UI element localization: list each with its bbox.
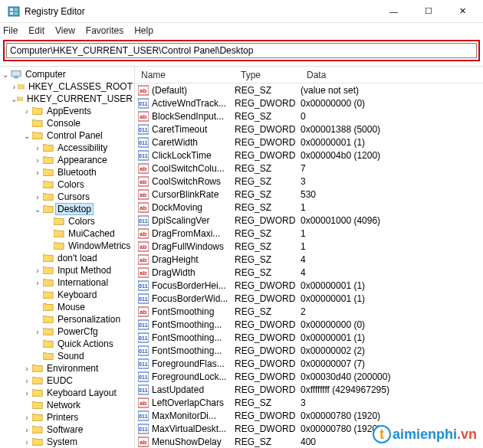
value-row[interactable]: 011FontSmoothing...REG_DWORD0x00000000 (… — [135, 318, 483, 331]
tree-node[interactable]: ›EUDC — [0, 374, 134, 387]
folder-icon — [32, 388, 43, 397]
value-row[interactable]: abLeftOverlapCharsREG_SZ3 — [135, 396, 483, 409]
expand-toggle[interactable]: › — [32, 144, 43, 152]
tree-node[interactable]: Colors — [0, 215, 134, 227]
tree-node[interactable]: don't load — [0, 252, 134, 264]
tree-node[interactable]: Colors — [0, 178, 134, 191]
value-row[interactable]: abDragFullWindowsREG_SZ1 — [135, 240, 483, 253]
value-type: REG_SZ — [235, 176, 301, 187]
expand-toggle[interactable]: › — [21, 414, 32, 422]
menu-view[interactable]: View — [55, 25, 75, 36]
expand-toggle[interactable]: ⌄ — [0, 70, 11, 79]
tree-node[interactable]: ›Cursors — [0, 191, 134, 203]
expand-toggle[interactable]: › — [11, 83, 18, 91]
value-row[interactable]: abDragFromMaxi...REG_SZ1 — [135, 227, 483, 240]
value-row[interactable]: abBlockSendInput...REG_SZ0 — [135, 110, 483, 123]
value-row[interactable]: abCoolSwitchRowsREG_SZ3 — [135, 175, 483, 188]
expand-toggle[interactable]: ⌄ — [11, 95, 17, 103]
expand-toggle[interactable]: › — [21, 438, 32, 446]
tree-node[interactable]: Mouse — [0, 301, 134, 313]
value-row[interactable]: abCursorBlinkRateREG_SZ530 — [135, 188, 483, 201]
tree-node[interactable]: Sound — [0, 350, 134, 362]
value-row[interactable]: 011ForegroundFlas...REG_DWORD0x00000007 … — [135, 357, 483, 370]
value-row[interactable]: 011FontSmoothing...REG_DWORD0x00000002 (… — [135, 344, 483, 357]
tree-node[interactable]: ⌄Control Panel — [0, 129, 134, 142]
value-row[interactable]: abFontSmoothingREG_SZ2 — [135, 305, 483, 318]
expand-toggle[interactable]: ⌄ — [21, 132, 32, 140]
tree-node[interactable]: ⌄HKEY_CURRENT_USER — [0, 93, 134, 105]
maximize-button[interactable]: ☐ — [411, 1, 445, 22]
value-name: MenuShowDelay — [152, 437, 222, 447]
tree-node[interactable]: MuiCached — [0, 227, 134, 240]
string-value-icon: ab — [138, 228, 149, 239]
menu-favorites[interactable]: Favorites — [86, 25, 123, 36]
tree-node[interactable]: ⌄Desktop — [0, 203, 134, 215]
value-row[interactable]: 011FocusBorderHei...REG_DWORD0x00000001 … — [135, 279, 483, 292]
tree-node[interactable]: ›PowerCfg — [0, 325, 134, 338]
value-row[interactable]: abDockMovingREG_SZ1 — [135, 201, 483, 214]
expand-toggle[interactable]: › — [21, 426, 32, 434]
expand-toggle[interactable]: › — [32, 156, 43, 165]
tree-node[interactable]: ›AppEvents — [0, 105, 134, 117]
tree-node[interactable]: Network — [0, 399, 134, 411]
expand-toggle[interactable]: › — [21, 389, 32, 397]
col-type[interactable]: Type — [235, 68, 301, 82]
value-row[interactable]: 011LastUpdatedREG_DWORD0xffffffff (42949… — [135, 383, 483, 396]
value-row[interactable]: 011DpiScalingVerREG_DWORD0x00001000 (409… — [135, 214, 483, 227]
menu-help[interactable]: Help — [134, 25, 153, 36]
value-row[interactable]: 011FocusBorderWid...REG_DWORD0x00000001 … — [135, 292, 483, 305]
value-row[interactable]: abDragWidthREG_SZ4 — [135, 266, 483, 279]
tree-node[interactable]: ›Input Method — [0, 264, 134, 276]
value-name: FocusBorderHei... — [152, 280, 226, 291]
tree-node[interactable]: ›System — [0, 436, 134, 448]
tree-node[interactable]: ›Accessibility — [0, 142, 134, 154]
value-name: MaxMonitorDi... — [152, 410, 216, 421]
value-row[interactable]: 011ForegroundLock...REG_DWORD0x00030d40 … — [135, 370, 483, 383]
tree-node[interactable]: ⌄Computer — [0, 68, 134, 80]
expand-toggle[interactable]: › — [32, 328, 43, 336]
tree-node[interactable]: WindowMetrics — [0, 240, 134, 252]
menu-edit[interactable]: Edit — [28, 25, 44, 36]
tree-node[interactable]: ›Keyboard Layout — [0, 387, 134, 399]
tree-node[interactable]: ›Environment — [0, 362, 134, 374]
expand-toggle[interactable]: ⌄ — [32, 205, 43, 214]
tree-node[interactable]: ›Bluetooth — [0, 166, 134, 178]
minimize-button[interactable]: — — [376, 1, 411, 22]
tree-node[interactable]: ›Appearance — [0, 154, 134, 166]
value-row[interactable]: 011CaretWidthREG_DWORD0x00000001 (1) — [135, 136, 483, 149]
close-button[interactable]: ✕ — [445, 1, 480, 22]
value-row[interactable]: abCoolSwitchColu...REG_SZ7 — [135, 162, 483, 175]
expand-toggle[interactable]: › — [21, 107, 32, 116]
expand-toggle[interactable]: › — [32, 279, 43, 287]
col-name[interactable]: Name — [135, 68, 235, 82]
registry-tree[interactable]: ⌄Computer›HKEY_CLASSES_ROOT⌄HKEY_CURRENT… — [0, 67, 135, 448]
value-row[interactable]: 011ClickLockTimeREG_DWORD0x000004b0 (120… — [135, 149, 483, 162]
expand-toggle[interactable]: › — [21, 377, 32, 385]
folder-icon — [32, 376, 43, 385]
tree-node[interactable]: ›HKEY_CLASSES_ROOT — [0, 80, 134, 93]
col-data[interactable]: Data — [301, 68, 483, 82]
expand-toggle[interactable]: › — [32, 168, 43, 177]
folder-icon — [43, 352, 54, 361]
tree-label: Cursors — [56, 191, 91, 202]
expand-toggle[interactable]: › — [32, 267, 43, 275]
tree-node[interactable]: Console — [0, 117, 134, 129]
tree-node[interactable]: Quick Actions — [0, 338, 134, 350]
expand-toggle[interactable]: › — [32, 193, 43, 201]
value-row[interactable]: ab(Default)REG_SZ(value not set) — [135, 83, 483, 96]
tree-node[interactable]: Keyboard — [0, 289, 134, 301]
tree-node[interactable]: ›Printers — [0, 411, 134, 423]
tree-node[interactable]: ›International — [0, 276, 134, 289]
expand-toggle[interactable]: › — [21, 365, 32, 373]
address-bar[interactable]: Computer\HKEY_CURRENT_USER\Control Panel… — [6, 43, 477, 58]
values-list[interactable]: Name Type Data ab(Default)REG_SZ(value n… — [135, 67, 483, 448]
value-row[interactable]: 011CaretTimeoutREG_DWORD0x00001388 (5000… — [135, 123, 483, 136]
value-row[interactable]: 011ActiveWndTrack...REG_DWORD0x00000000 … — [135, 96, 483, 110]
value-row[interactable]: 011FontSmoothing...REG_DWORD0x00000001 (… — [135, 331, 483, 344]
tree-node[interactable]: ›Software — [0, 423, 134, 436]
value-row[interactable]: 011MaxMonitorDi...REG_DWORD0x00000780 (1… — [135, 409, 483, 422]
tree-label: AppEvents — [45, 106, 93, 116]
tree-node[interactable]: Personalization — [0, 313, 134, 325]
value-row[interactable]: abDragHeightREG_SZ4 — [135, 253, 483, 266]
menu-file[interactable]: File — [3, 25, 18, 36]
